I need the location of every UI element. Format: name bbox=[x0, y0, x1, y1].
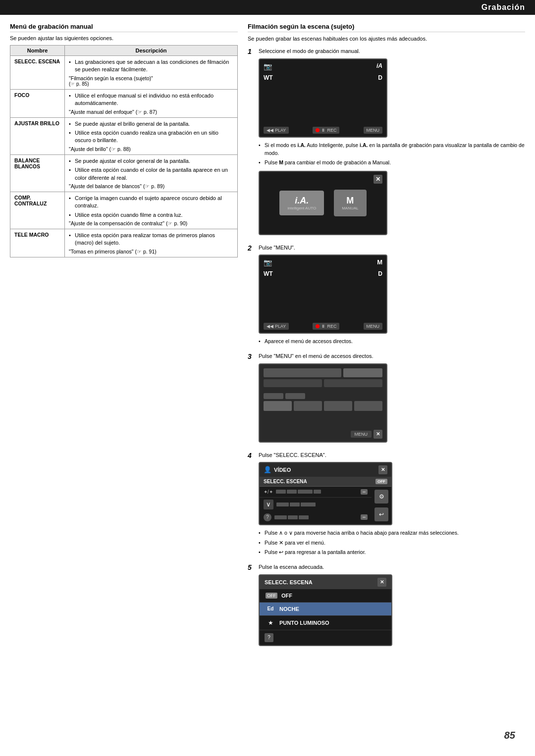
rec-label2: REC bbox=[327, 324, 336, 329]
col-descripcion: Descripción bbox=[65, 46, 238, 56]
after4-bullet1: Pulse ∧ o ∨ para moverse hacia arriba o … bbox=[259, 529, 525, 537]
punto-label: PUNTO LUMINOSO bbox=[279, 620, 329, 626]
cam2-video-icon: 📷 bbox=[264, 258, 272, 266]
cam1-wt: WT bbox=[264, 74, 273, 81]
chevron-down-icon[interactable]: ∨ bbox=[264, 500, 273, 509]
selecc-footer: ? bbox=[260, 630, 391, 645]
row3-bars bbox=[274, 515, 358, 519]
cam2-menu-btn[interactable]: MENU bbox=[364, 323, 383, 330]
back-btn[interactable]: ↩ bbox=[374, 507, 388, 521]
play-icon: ◀◀ bbox=[267, 128, 273, 133]
menu-cell bbox=[324, 379, 382, 387]
cam1-menu-btn[interactable]: MENU bbox=[364, 127, 383, 134]
video-side-buttons: ⚙ ↩ bbox=[372, 487, 391, 524]
right-column: Filmación según la escena (sujeto) Se pu… bbox=[248, 23, 525, 655]
m-label: M bbox=[342, 196, 358, 206]
ia-close-btn[interactable]: ✕ bbox=[374, 175, 382, 184]
step-5-number: 5 bbox=[248, 563, 255, 571]
step-4-content: Pulse "SELECC. ESCENA". 👤 VÍDEO ✕ SELECC… bbox=[259, 452, 525, 559]
menu-row-2 bbox=[264, 379, 382, 387]
selecc-item-noche[interactable]: Ed NOCHE bbox=[260, 603, 391, 616]
step-5-content: Pulse la escena adecuada. SELECC. ESCENA… bbox=[259, 563, 525, 650]
table-row: COMP. CONTRALUZ Corrige la imagen cuando… bbox=[10, 192, 238, 229]
video-menu-row-1[interactable]: ✦/✦ ▪▪ bbox=[260, 487, 372, 498]
cam1-rec-btn[interactable]: ⏸ REC bbox=[313, 127, 339, 134]
step-5: 5 Pulse la escena adecuada. SELECC. ESCE… bbox=[248, 563, 525, 650]
menu-row-4 bbox=[264, 401, 382, 411]
step-1-content: Seleccione el modo de grabación manual. … bbox=[259, 48, 525, 239]
menu-cell bbox=[264, 393, 283, 399]
video-close-btn[interactable]: ✕ bbox=[378, 465, 387, 474]
cam2-bottom-bar: ◀◀ PLAY ⏸ REC MENU bbox=[260, 323, 386, 330]
step-4: 4 Pulse "SELECC. ESCENA". 👤 VÍDEO ✕ SELE… bbox=[248, 452, 525, 559]
menu-label-btn[interactable]: MENU bbox=[351, 431, 372, 438]
video-title-label: VÍDEO bbox=[274, 467, 291, 473]
step-3-content: Pulse "MENU" en el menú de accesos direc… bbox=[259, 353, 525, 446]
table-row: FOCO Utilice el enfoque manual si el ind… bbox=[10, 89, 238, 117]
row-desc-contraluz: Corrige la imagen cuando el sujeto apare… bbox=[65, 192, 238, 229]
off-icon: OFF bbox=[266, 593, 277, 599]
cam2-d: D bbox=[378, 270, 382, 277]
ia-sublabel: intelligent AUTO bbox=[287, 206, 316, 210]
ia-manual-screen: ✕ i.A. intelligent AUTO M MANUAL bbox=[259, 171, 387, 235]
pause-icon2: ⏸ bbox=[321, 324, 325, 329]
menu-cell bbox=[324, 401, 352, 411]
row-name-brillo: AJUSTAR BRILLO bbox=[10, 117, 65, 154]
page-header: Grabación bbox=[0, 0, 535, 15]
row-desc-selecc: Las grabaciones que se adecuan a las con… bbox=[65, 56, 238, 90]
rec-label: REC bbox=[327, 128, 336, 133]
selecc-escena-screen: SELECC. ESCENA ✕ OFF OFF Ed NOCHE ★ PUNT… bbox=[259, 574, 392, 646]
ia-auto-box[interactable]: i.A. intelligent AUTO bbox=[279, 191, 324, 215]
video-selecc-row[interactable]: SELECC. ESCENA OFF bbox=[260, 477, 391, 487]
rec-dot-icon2 bbox=[316, 324, 320, 328]
row-name-selecc: SELECC. ESCENA bbox=[10, 56, 65, 90]
page-number: 85 bbox=[504, 730, 515, 741]
menu-label: MENU bbox=[367, 128, 380, 133]
manual-mode-box[interactable]: M MANUAL bbox=[334, 190, 366, 216]
menu-cell bbox=[285, 393, 305, 399]
cam2-rec-btn[interactable]: ⏸ REC bbox=[313, 323, 339, 330]
row-name-tele: TELE MACRO bbox=[10, 229, 65, 257]
menu-cell bbox=[343, 368, 382, 377]
row-name-contraluz: COMP. CONTRALUZ bbox=[10, 192, 65, 229]
video-menu-rows: ✦/✦ ▪▪ ∨ bbox=[260, 487, 372, 524]
selecc-item-punto[interactable]: ★ PUNTO LUMINOSO bbox=[260, 616, 391, 630]
row-desc-foco: Utilice el enfoque manual si el individu… bbox=[65, 89, 238, 117]
cam1-d: D bbox=[378, 74, 382, 81]
menu-screen: MENU ✕ bbox=[259, 363, 387, 443]
manual-table: Nombre Descripción SELECC. ESCENA Las gr… bbox=[10, 45, 238, 257]
m-sublabel: MANUAL bbox=[342, 206, 358, 210]
selecc-header-label: SELECC. ESCENA bbox=[265, 579, 313, 585]
menu-cell bbox=[264, 401, 292, 411]
help-icon[interactable]: ? bbox=[264, 513, 271, 521]
menu-close-btn[interactable]: ✕ bbox=[374, 430, 382, 439]
menu-bottom-bar: MENU ✕ bbox=[351, 430, 383, 439]
left-section-subtitle: Se pueden ajustar las siguientes opcione… bbox=[10, 35, 238, 41]
left-column: Menú de grabación manual Se pueden ajust… bbox=[10, 23, 238, 655]
menu-label2: MENU bbox=[367, 324, 380, 329]
ia-label: i.A. bbox=[287, 196, 316, 206]
selecc-item-off[interactable]: OFF OFF bbox=[260, 589, 391, 603]
cam1-video-icon: 📷 bbox=[264, 62, 272, 70]
settings-btn[interactable]: ⚙ bbox=[374, 490, 388, 504]
camera-screen-2: 📷 M WT D ◀◀ PLAY ⏸ REC bbox=[259, 254, 387, 334]
rec-dot-icon bbox=[316, 128, 320, 132]
menu-row-3 bbox=[264, 393, 382, 399]
step-5-text: Pulse la escena adecuada. bbox=[259, 563, 525, 571]
menu-cell bbox=[354, 401, 382, 411]
row1-bars bbox=[276, 490, 358, 494]
pause-icon: ⏸ bbox=[321, 128, 325, 133]
row2-bars bbox=[276, 503, 368, 506]
step-1-text: Seleccione el modo de grabación manual. bbox=[259, 48, 525, 55]
cam1-play-btn[interactable]: ◀◀ PLAY bbox=[264, 127, 289, 134]
selecc-close-btn[interactable]: ✕ bbox=[377, 578, 386, 587]
cam1-bottom-bar: ◀◀ PLAY ⏸ REC MENU bbox=[260, 127, 386, 134]
step-1-number: 1 bbox=[248, 48, 255, 55]
video-rows-container: ✦/✦ ▪▪ ∨ bbox=[260, 487, 391, 524]
selecc-escena-label: SELECC. ESCENA bbox=[264, 479, 307, 484]
table-row: SELECC. ESCENA Las grabaciones que se ad… bbox=[10, 56, 238, 90]
cam2-play-btn[interactable]: ◀◀ PLAY bbox=[264, 323, 289, 330]
row-desc-balance: Se puede ajustar el color general de la … bbox=[65, 154, 238, 192]
selecc-help-btn[interactable]: ? bbox=[265, 633, 273, 642]
video-question-row: ? ▪▪ bbox=[260, 511, 372, 523]
